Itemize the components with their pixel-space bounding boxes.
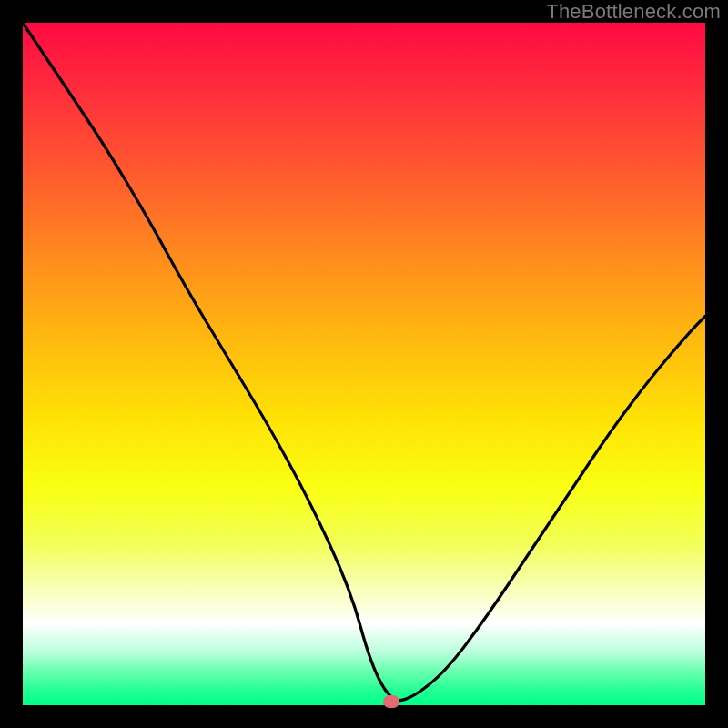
watermark-text: TheBottleneck.com	[546, 0, 721, 24]
optimum-marker	[383, 695, 399, 708]
chart-frame: TheBottleneck.com	[0, 0, 728, 728]
bottleneck-curve	[23, 23, 705, 705]
